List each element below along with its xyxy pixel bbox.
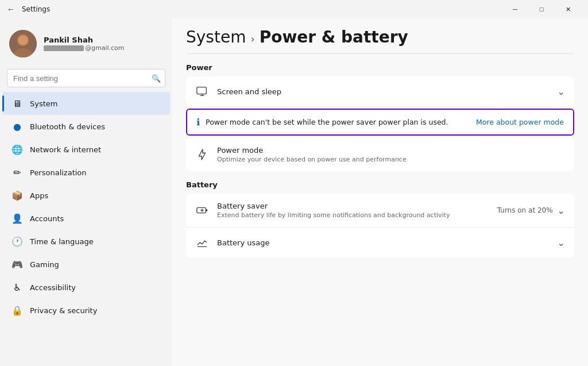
user-email: @gmail.com — [44, 44, 125, 52]
sidebar-item-bluetooth[interactable]: ● Bluetooth & devices — [2, 115, 170, 138]
screen-sleep-action: ⌄ — [558, 86, 565, 97]
sidebar-item-system[interactable]: 🖥 System — [2, 92, 170, 115]
sidebar-item-personalization[interactable]: ✏️ Personalization — [2, 161, 170, 184]
sidebar-item-privacy[interactable]: 🔒 Privacy & security — [2, 299, 170, 322]
app-title: Settings — [22, 5, 50, 13]
sidebar-nav: 🖥 System ● Bluetooth & devices 🌐 Network… — [0, 92, 172, 322]
power-mode-subtitle: Optimize your device based on power use … — [217, 156, 565, 163]
screen-sleep-title: Screen and sleep — [217, 87, 550, 96]
battery-saver-action: Turns on at 20% ⌄ — [497, 205, 565, 216]
accessibility-icon: ♿ — [11, 282, 23, 293]
title-bar-left: ← Settings — [7, 5, 50, 14]
breadcrumb-parent: System — [186, 28, 246, 47]
sidebar-item-personalization-label: Personalization — [30, 168, 87, 177]
gaming-icon: 🎮 — [11, 259, 23, 270]
sidebar-item-gaming-label: Gaming — [30, 260, 59, 269]
sidebar-item-gaming[interactable]: 🎮 Gaming — [2, 253, 170, 276]
personalization-icon: ✏️ — [11, 167, 23, 178]
apps-icon: 📦 — [11, 190, 23, 201]
svg-point-3 — [18, 36, 28, 45]
email-blur — [44, 45, 84, 51]
power-mode-icon — [195, 148, 209, 161]
search-box: 🔍 — [7, 69, 165, 87]
power-mode-text: Power mode Optimize your device based on… — [217, 146, 565, 163]
content-area: System › Power & battery Power Screen an… — [172, 18, 588, 366]
sidebar-item-privacy-label: Privacy & security — [30, 306, 97, 315]
sidebar-item-system-label: System — [30, 99, 57, 108]
privacy-icon: 🔒 — [11, 305, 23, 316]
battery-usage-text: Battery usage — [217, 238, 550, 247]
battery-usage-row[interactable]: Battery usage ⌄ — [186, 228, 574, 257]
power-section-label: Power — [186, 63, 574, 72]
battery-usage-action: ⌄ — [558, 237, 565, 248]
info-banner-text: Power mode can't be set while the power … — [206, 118, 470, 126]
battery-card: Battery saver Extend battery life by lim… — [186, 194, 574, 257]
screen-sleep-icon — [195, 84, 209, 98]
sidebar-item-timelang[interactable]: 🕐 Time & language — [2, 230, 170, 253]
avatar — [9, 30, 37, 57]
user-profile: Pankil Shah @gmail.com — [0, 23, 172, 67]
sidebar-item-accounts-label: Accounts — [30, 214, 64, 223]
user-name: Pankil Shah — [44, 36, 125, 44]
network-icon: 🌐 — [11, 144, 23, 155]
main-layout: Pankil Shah @gmail.com 🔍 🖥 System ● Blue… — [0, 18, 588, 366]
battery-usage-chevron: ⌄ — [558, 237, 565, 248]
screen-sleep-row[interactable]: Screen and sleep ⌄ — [186, 76, 574, 106]
maximize-button[interactable]: □ — [528, 0, 555, 18]
svg-rect-4 — [197, 87, 207, 94]
sidebar-item-bluetooth-label: Bluetooth & devices — [30, 122, 105, 131]
info-banner: ℹ Power mode can't be set while the powe… — [186, 109, 574, 136]
sidebar-item-accounts[interactable]: 👤 Accounts — [2, 207, 170, 230]
battery-usage-icon — [195, 236, 209, 249]
sidebar-item-accessibility-label: Accessibility — [30, 283, 76, 292]
battery-usage-title: Battery usage — [217, 238, 550, 247]
battery-saver-status: Turns on at 20% — [497, 206, 553, 214]
accounts-icon: 👤 — [11, 213, 23, 224]
search-button[interactable]: 🔍 — [152, 74, 161, 83]
battery-saver-title: Battery saver — [217, 202, 489, 210]
screen-sleep-chevron: ⌄ — [558, 86, 565, 97]
sidebar-item-network[interactable]: 🌐 Network & internet — [2, 138, 170, 161]
system-icon: 🖥 — [11, 98, 23, 109]
power-mode-row[interactable]: Power mode Optimize your device based on… — [186, 138, 574, 171]
battery-saver-row[interactable]: Battery saver Extend battery life by lim… — [186, 194, 574, 228]
sidebar-item-timelang-label: Time & language — [30, 237, 94, 246]
page-title: Power & battery — [260, 28, 408, 47]
info-icon: ℹ — [196, 117, 200, 128]
breadcrumb-chevron: › — [250, 33, 254, 45]
sidebar-item-apps-label: Apps — [30, 191, 48, 200]
battery-saver-icon — [195, 203, 209, 217]
sidebar-item-accessibility[interactable]: ♿ Accessibility — [2, 276, 170, 299]
page-header: System › Power & battery — [186, 18, 574, 54]
minimize-button[interactable]: ─ — [502, 0, 528, 18]
screen-sleep-card: Screen and sleep ⌄ — [186, 76, 574, 106]
title-bar: ← Settings ─ □ ✕ — [0, 0, 588, 18]
info-banner-link[interactable]: More about power mode — [476, 118, 564, 126]
bluetooth-icon: ● — [11, 121, 23, 132]
battery-saver-chevron: ⌄ — [558, 205, 565, 216]
power-mode-card: Power mode Optimize your device based on… — [186, 138, 574, 171]
sidebar-item-network-label: Network & internet — [30, 145, 101, 154]
battery-saver-subtitle: Extend battery life by limiting some not… — [217, 211, 489, 219]
battery-saver-text: Battery saver Extend battery life by lim… — [217, 202, 489, 219]
timelang-icon: 🕐 — [11, 236, 23, 247]
sidebar: Pankil Shah @gmail.com 🔍 🖥 System ● Blue… — [0, 18, 172, 366]
battery-section-label: Battery — [186, 180, 574, 189]
back-button[interactable]: ← — [7, 5, 15, 14]
sidebar-item-apps[interactable]: 📦 Apps — [2, 184, 170, 207]
search-input[interactable] — [7, 69, 165, 87]
user-info: Pankil Shah @gmail.com — [44, 36, 125, 52]
screen-sleep-text: Screen and sleep — [217, 87, 550, 96]
power-mode-title: Power mode — [217, 146, 565, 155]
window-controls: ─ □ ✕ — [502, 0, 581, 18]
close-button[interactable]: ✕ — [555, 0, 581, 18]
